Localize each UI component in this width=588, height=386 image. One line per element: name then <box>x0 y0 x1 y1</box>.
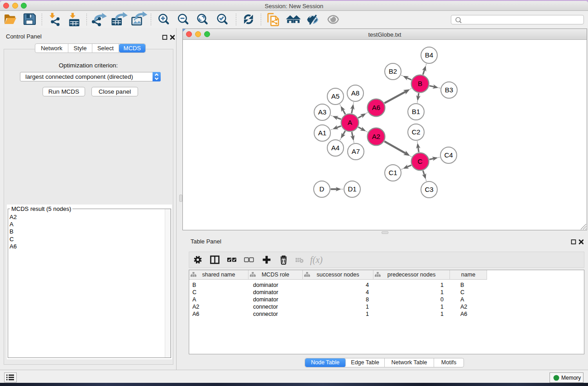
svg-text:A2: A2 <box>372 133 380 140</box>
svg-text:B3: B3 <box>445 86 453 94</box>
svg-text:C1: C1 <box>388 169 397 176</box>
svg-text:A4: A4 <box>331 144 339 152</box>
svg-text:C3: C3 <box>425 186 433 193</box>
svg-text:A5: A5 <box>331 92 339 100</box>
svg-text:A1: A1 <box>318 129 326 137</box>
svg-text:A: A <box>348 119 352 126</box>
svg-text:f(x): f(x) <box>310 255 323 265</box>
svg-text:B2: B2 <box>389 67 397 75</box>
svg-text:C: C <box>418 157 423 165</box>
svg-text:A8: A8 <box>351 89 359 97</box>
svg-text:C4: C4 <box>444 151 453 159</box>
svg-text:A7: A7 <box>352 148 360 155</box>
svg-text:D: D <box>320 185 325 193</box>
svg-text:B1: B1 <box>412 108 420 115</box>
svg-text:A6: A6 <box>372 104 380 111</box>
svg-text:A3: A3 <box>318 108 326 116</box>
svg-text:B: B <box>418 80 422 87</box>
svg-text:D1: D1 <box>348 185 356 193</box>
svg-text:B4: B4 <box>425 51 433 59</box>
svg-text:C2: C2 <box>411 128 420 136</box>
